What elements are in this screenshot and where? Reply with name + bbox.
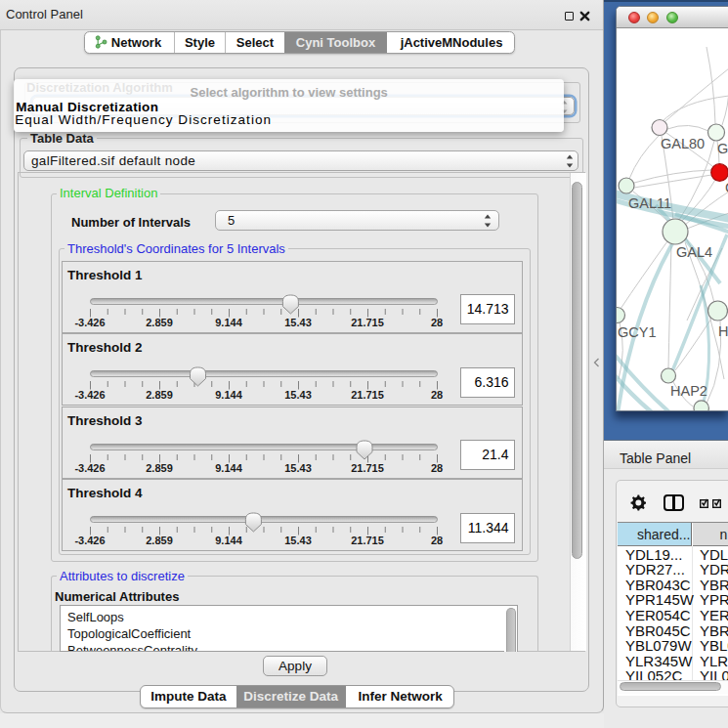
svg-text:GA: GA xyxy=(717,141,728,156)
svg-text:GAL80: GAL80 xyxy=(661,136,705,151)
svg-text:GCY1: GCY1 xyxy=(618,323,657,339)
svg-text:GAL4: GAL4 xyxy=(676,243,712,259)
svg-text:GAL11: GAL11 xyxy=(628,195,671,211)
svg-text:H: H xyxy=(718,322,728,338)
svg-text:HAP2: HAP2 xyxy=(670,382,707,398)
